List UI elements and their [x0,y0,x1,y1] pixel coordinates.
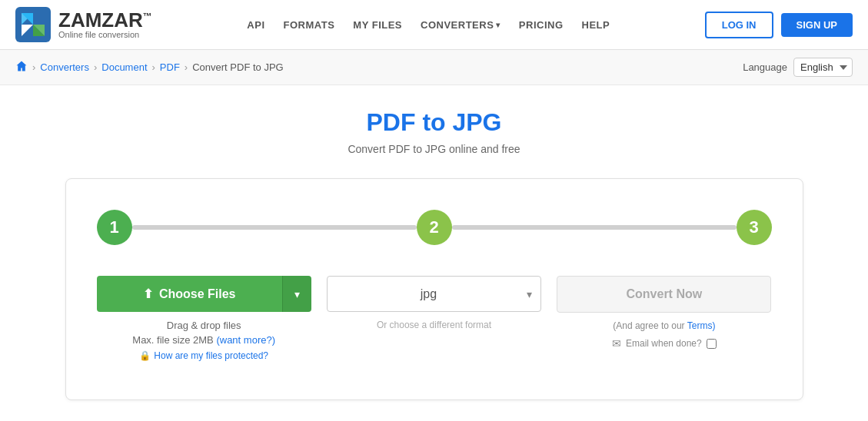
language-label: Language [743,61,787,73]
zamzar-logo-icon[interactable] [15,7,51,42]
nav-my-files[interactable]: MY FILES [353,19,402,31]
logo-text: ZAMZAR™ Online file conversion [58,10,152,39]
choose-files-wrap: ⬆ Choose Files ▾ [97,276,311,312]
lock-icon: 🔒 [139,350,151,361]
converters-caret-icon: ▾ [496,21,501,29]
sep-1: › [32,61,35,73]
login-button[interactable]: LOG IN [705,12,773,38]
terms-link[interactable]: Terms) [687,320,716,331]
sep-4: › [185,61,188,73]
format-select[interactable]: jpg png bmp gif tiff webp [327,276,541,312]
convert-button[interactable]: Convert Now [557,276,771,313]
nav-converters[interactable]: CONVERTERS ▾ [421,19,501,31]
main-content: PDF to JPG Convert PDF to JPG online and… [0,85,868,421]
logo-area: ZAMZAR™ Online file conversion [15,7,152,42]
col-format: jpg png bmp gif tiff webp ▾ Or choose a … [327,276,541,330]
page-subtitle: Convert PDF to JPG online and free [15,143,853,155]
choose-files-button[interactable]: ⬆ Choose Files [97,276,282,312]
language-select[interactable]: English [793,58,853,77]
nav-pricing[interactable]: PRICING [519,19,564,31]
nav-formats[interactable]: FORMATS [284,19,335,31]
main-nav: API FORMATS MY FILES CONVERTERS ▾ PRICIN… [247,19,610,31]
col-choose-files: ⬆ Choose Files ▾ Drag & drop files Max. … [97,276,311,361]
breadcrumb-home[interactable] [15,60,28,75]
logo-tagline: Online file conversion [58,30,152,39]
breadcrumb-converters[interactable]: Converters [40,61,89,73]
format-select-wrap: jpg png bmp gif tiff webp ▾ [327,276,541,312]
steps-indicator: 1 2 3 [97,210,772,245]
logo-name: ZAMZAR™ [58,10,152,30]
format-hint: Or choose a different format [327,320,541,330]
home-icon [15,60,28,72]
sep-3: › [152,61,155,73]
nav-help[interactable]: HELP [582,19,610,31]
max-size-text: Max. file size 2MB (want more?) [97,334,311,346]
email-row: ✉ Email when done? [557,337,771,350]
header: ZAMZAR™ Online file conversion API FORMA… [0,0,868,50]
step-connector-2 [452,225,737,230]
drag-drop-text: Drag & drop files [97,320,311,331]
breadcrumb-pdf[interactable]: PDF [160,61,180,73]
upload-icon: ⬆ [143,287,153,301]
nav-api[interactable]: API [247,19,264,31]
step-1-circle: 1 [97,210,132,245]
nav-buttons: LOG IN SIGN UP [705,12,853,38]
step-3-circle: 3 [737,210,772,245]
want-more-link[interactable]: (want more?) [216,334,275,346]
agree-text: (And agree to our Terms) [557,320,771,331]
email-checkbox[interactable] [707,339,717,349]
language-area: Language English [743,58,853,77]
choose-files-label: Choose Files [159,287,236,301]
breadcrumb: › Converters › Document › PDF › Convert … [15,60,284,75]
signup-button[interactable]: SIGN UP [781,13,853,37]
step-2-circle: 2 [417,210,452,245]
converter-card: 1 2 3 ⬆ Choose Files ▾ Drag & drop fil [65,178,803,400]
envelope-icon: ✉ [612,337,621,350]
breadcrumb-bar: › Converters › Document › PDF › Convert … [0,50,868,85]
page-title: PDF to JPG [15,108,853,137]
protection-link[interactable]: 🔒 How are my files protected? [97,350,311,361]
breadcrumb-document[interactable]: Document [101,61,147,73]
col-convert: Convert Now (And agree to our Terms) ✉ E… [557,276,771,350]
choose-files-caret-button[interactable]: ▾ [282,276,311,312]
email-label: Email when done? [626,338,702,349]
caret-down-icon: ▾ [294,288,300,300]
breadcrumb-current: Convert PDF to JPG [192,61,283,73]
converter-columns: ⬆ Choose Files ▾ Drag & drop files Max. … [97,276,772,361]
sep-2: › [94,61,97,73]
step-connector-1 [132,225,417,230]
